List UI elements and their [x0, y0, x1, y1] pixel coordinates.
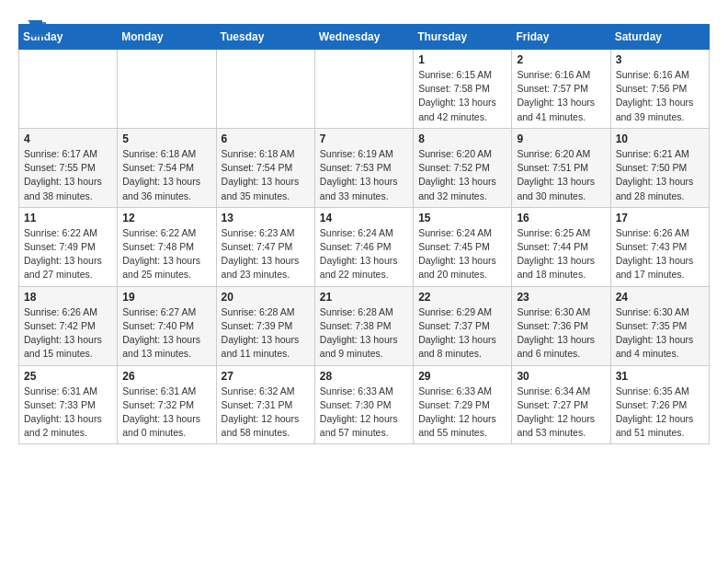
day-number: 19: [122, 291, 210, 304]
day-of-week-header: Monday: [118, 25, 216, 50]
calendar-cell: 14Sunrise: 6:24 AMSunset: 7:46 PMDayligh…: [314, 207, 413, 286]
day-number: 1: [418, 53, 506, 66]
day-info: Sunrise: 6:22 AMSunset: 7:49 PMDaylight:…: [24, 226, 112, 282]
calendar-cell: 25Sunrise: 6:31 AMSunset: 7:33 PMDayligh…: [19, 365, 118, 444]
calendar-cell: 30Sunrise: 6:34 AMSunset: 7:27 PMDayligh…: [512, 365, 610, 444]
day-number: 14: [320, 212, 408, 224]
day-number: 21: [320, 291, 408, 304]
day-number: 29: [418, 370, 506, 383]
calendar-cell: 1Sunrise: 6:15 AMSunset: 7:58 PMDaylight…: [414, 50, 512, 129]
day-number: 28: [320, 370, 408, 383]
day-info: Sunrise: 6:22 AMSunset: 7:48 PMDaylight:…: [122, 226, 210, 282]
calendar-cell: 10Sunrise: 6:21 AMSunset: 7:50 PMDayligh…: [610, 128, 709, 207]
day-info: Sunrise: 6:24 AMSunset: 7:45 PMDaylight:…: [418, 226, 506, 282]
calendar-cell: 28Sunrise: 6:33 AMSunset: 7:30 PMDayligh…: [314, 365, 413, 444]
day-number: 8: [418, 132, 506, 145]
day-number: 10: [616, 132, 704, 145]
day-info: Sunrise: 6:18 AMSunset: 7:54 PMDaylight:…: [222, 147, 310, 203]
calendar-cell: 20Sunrise: 6:28 AMSunset: 7:39 PMDayligh…: [216, 286, 314, 365]
calendar: SundayMondayTuesdayWednesdayThursdayFrid…: [18, 24, 710, 444]
calendar-cell: 2Sunrise: 6:16 AMSunset: 7:57 PMDaylight…: [512, 50, 610, 129]
day-info: Sunrise: 6:26 AMSunset: 7:43 PMDaylight:…: [616, 226, 704, 282]
calendar-cell: 19Sunrise: 6:27 AMSunset: 7:40 PMDayligh…: [118, 286, 216, 365]
calendar-cell: 22Sunrise: 6:29 AMSunset: 7:37 PMDayligh…: [414, 286, 512, 365]
day-number: 15: [418, 212, 506, 224]
day-info: Sunrise: 6:24 AMSunset: 7:46 PMDaylight:…: [320, 226, 408, 282]
calendar-week-row: 1Sunrise: 6:15 AMSunset: 7:58 PMDaylight…: [19, 50, 710, 129]
day-number: 12: [122, 212, 210, 224]
day-number: 31: [616, 370, 704, 383]
calendar-cell: [118, 50, 216, 129]
calendar-cell: 9Sunrise: 6:20 AMSunset: 7:51 PMDaylight…: [512, 128, 610, 207]
calendar-cell: 7Sunrise: 6:19 AMSunset: 7:53 PMDaylight…: [314, 128, 413, 207]
day-info: Sunrise: 6:16 AMSunset: 7:56 PMDaylight:…: [616, 68, 704, 124]
calendar-cell: 12Sunrise: 6:22 AMSunset: 7:48 PMDayligh…: [118, 207, 216, 286]
day-of-week-header: Friday: [512, 25, 610, 50]
calendar-cell: 21Sunrise: 6:28 AMSunset: 7:38 PMDayligh…: [314, 286, 413, 365]
day-number: 26: [122, 370, 210, 383]
day-info: Sunrise: 6:34 AMSunset: 7:27 PMDaylight:…: [517, 385, 605, 441]
day-number: 4: [24, 132, 112, 145]
day-of-week-header: Tuesday: [216, 25, 314, 50]
calendar-week-row: 18Sunrise: 6:26 AMSunset: 7:42 PMDayligh…: [19, 286, 710, 365]
day-info: Sunrise: 6:28 AMSunset: 7:38 PMDaylight:…: [320, 305, 408, 362]
day-info: Sunrise: 6:35 AMSunset: 7:26 PMDaylight:…: [616, 385, 704, 441]
day-info: Sunrise: 6:26 AMSunset: 7:42 PMDaylight:…: [24, 305, 112, 362]
calendar-cell: 18Sunrise: 6:26 AMSunset: 7:42 PMDayligh…: [19, 286, 118, 365]
day-info: Sunrise: 6:20 AMSunset: 7:51 PMDaylight:…: [517, 147, 605, 203]
logo: [18, 18, 48, 40]
day-info: Sunrise: 6:33 AMSunset: 7:30 PMDaylight:…: [320, 385, 408, 441]
day-info: Sunrise: 6:15 AMSunset: 7:58 PMDaylight:…: [418, 68, 506, 124]
day-number: 9: [517, 132, 605, 145]
calendar-cell: [314, 50, 413, 129]
logo-icon: [20, 18, 48, 40]
day-number: 13: [222, 212, 310, 224]
day-number: 20: [222, 291, 310, 304]
day-of-week-header: Thursday: [414, 25, 512, 50]
day-number: 2: [517, 53, 605, 66]
day-number: 25: [24, 370, 112, 383]
calendar-cell: 16Sunrise: 6:25 AMSunset: 7:44 PMDayligh…: [512, 207, 610, 286]
calendar-cell: 3Sunrise: 6:16 AMSunset: 7:56 PMDaylight…: [610, 50, 709, 129]
calendar-week-row: 11Sunrise: 6:22 AMSunset: 7:49 PMDayligh…: [19, 207, 710, 286]
calendar-header-row: SundayMondayTuesdayWednesdayThursdayFrid…: [19, 25, 710, 50]
calendar-cell: 31Sunrise: 6:35 AMSunset: 7:26 PMDayligh…: [610, 365, 709, 444]
day-info: Sunrise: 6:20 AMSunset: 7:52 PMDaylight:…: [418, 147, 506, 203]
day-number: 23: [517, 291, 605, 304]
day-info: Sunrise: 6:33 AMSunset: 7:29 PMDaylight:…: [418, 385, 506, 441]
day-number: 3: [616, 53, 704, 66]
calendar-cell: 29Sunrise: 6:33 AMSunset: 7:29 PMDayligh…: [414, 365, 512, 444]
day-number: 11: [24, 212, 112, 224]
day-number: 6: [222, 132, 310, 145]
day-number: 7: [320, 132, 408, 145]
calendar-cell: 4Sunrise: 6:17 AMSunset: 7:55 PMDaylight…: [19, 128, 118, 207]
day-number: 17: [616, 212, 704, 224]
calendar-cell: 6Sunrise: 6:18 AMSunset: 7:54 PMDaylight…: [216, 128, 314, 207]
calendar-cell: 26Sunrise: 6:31 AMSunset: 7:32 PMDayligh…: [118, 365, 216, 444]
day-info: Sunrise: 6:29 AMSunset: 7:37 PMDaylight:…: [418, 305, 506, 362]
calendar-cell: 8Sunrise: 6:20 AMSunset: 7:52 PMDaylight…: [414, 128, 512, 207]
day-info: Sunrise: 6:18 AMSunset: 7:54 PMDaylight:…: [122, 147, 210, 203]
day-number: 22: [418, 291, 506, 304]
day-info: Sunrise: 6:19 AMSunset: 7:53 PMDaylight:…: [320, 147, 408, 203]
calendar-cell: 24Sunrise: 6:30 AMSunset: 7:35 PMDayligh…: [610, 286, 709, 365]
day-of-week-header: Wednesday: [314, 25, 413, 50]
day-number: 5: [122, 132, 210, 145]
day-info: Sunrise: 6:31 AMSunset: 7:32 PMDaylight:…: [122, 385, 210, 441]
day-number: 16: [517, 212, 605, 224]
day-info: Sunrise: 6:31 AMSunset: 7:33 PMDaylight:…: [24, 385, 112, 441]
calendar-cell: 17Sunrise: 6:26 AMSunset: 7:43 PMDayligh…: [610, 207, 709, 286]
calendar-cell: [19, 50, 118, 129]
calendar-cell: [216, 50, 314, 129]
day-info: Sunrise: 6:25 AMSunset: 7:44 PMDaylight:…: [517, 226, 605, 282]
calendar-cell: 11Sunrise: 6:22 AMSunset: 7:49 PMDayligh…: [19, 207, 118, 286]
calendar-week-row: 25Sunrise: 6:31 AMSunset: 7:33 PMDayligh…: [19, 365, 710, 444]
day-info: Sunrise: 6:21 AMSunset: 7:50 PMDaylight:…: [616, 147, 704, 203]
day-of-week-header: Saturday: [610, 25, 709, 50]
day-info: Sunrise: 6:30 AMSunset: 7:36 PMDaylight:…: [517, 305, 605, 362]
day-info: Sunrise: 6:28 AMSunset: 7:39 PMDaylight:…: [222, 305, 310, 362]
day-info: Sunrise: 6:23 AMSunset: 7:47 PMDaylight:…: [222, 226, 310, 282]
day-number: 30: [517, 370, 605, 383]
day-number: 27: [222, 370, 310, 383]
day-info: Sunrise: 6:27 AMSunset: 7:40 PMDaylight:…: [122, 305, 210, 362]
